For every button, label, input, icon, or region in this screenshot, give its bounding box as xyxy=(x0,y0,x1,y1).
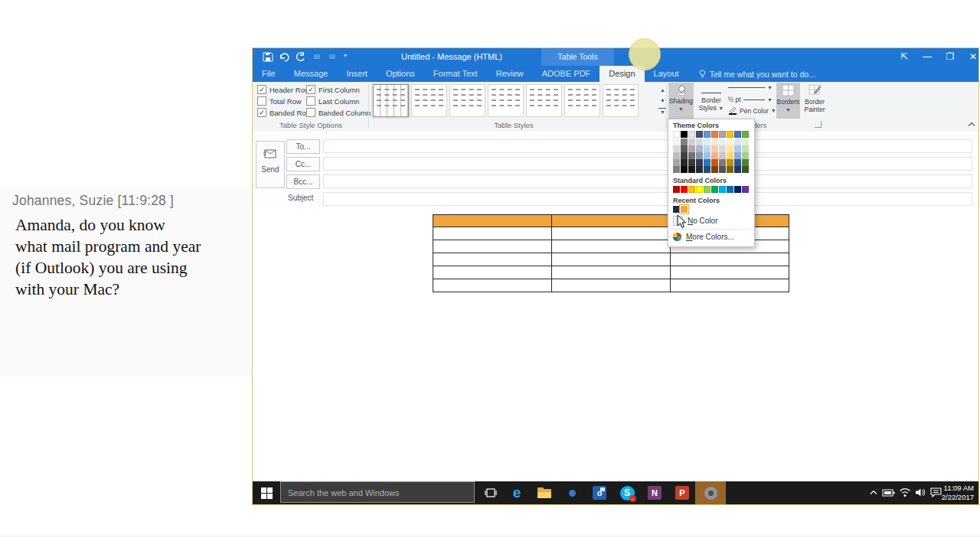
theme-variant-1-5[interactable] xyxy=(711,145,718,152)
theme-variant-0-3[interactable] xyxy=(696,139,703,145)
tab-options[interactable]: Options xyxy=(377,66,424,82)
close-button[interactable]: ✕ xyxy=(963,51,980,64)
outlook-button[interactable]: o xyxy=(591,484,608,501)
undo-icon[interactable] xyxy=(279,52,289,62)
theme-variant-0-7[interactable] xyxy=(727,139,733,145)
table-cell[interactable] xyxy=(671,266,789,279)
standard-color-6[interactable] xyxy=(719,186,726,193)
theme-color-8[interactable] xyxy=(734,131,741,138)
theme-variant-2-8[interactable] xyxy=(734,152,741,159)
theme-variant-2-2[interactable] xyxy=(688,152,695,159)
tab-message[interactable]: Message xyxy=(285,66,338,82)
theme-color-4[interactable] xyxy=(704,131,710,138)
firefox-button[interactable] xyxy=(564,484,580,501)
theme-variant-3-7[interactable] xyxy=(727,159,733,166)
theme-variant-2-1[interactable] xyxy=(681,152,688,159)
to-field[interactable] xyxy=(323,139,972,153)
standard-color-8[interactable] xyxy=(734,186,741,193)
checkbox-box[interactable] xyxy=(306,96,315,106)
pen-color-button[interactable]: Pen Color▼ xyxy=(728,106,777,115)
borders-button[interactable]: Borders ▼ xyxy=(776,83,800,119)
save-icon[interactable] xyxy=(263,52,273,62)
tab-review[interactable]: Review xyxy=(487,66,533,82)
table-cell[interactable] xyxy=(552,266,671,279)
theme-variant-1-3[interactable] xyxy=(696,145,703,152)
taskbar-search-input[interactable]: Search the web and Windows xyxy=(280,481,475,503)
standard-color-4[interactable] xyxy=(704,186,710,193)
table-cell[interactable] xyxy=(433,266,552,279)
theme-variant-4-9[interactable] xyxy=(742,166,749,173)
theme-color-9[interactable] xyxy=(742,131,749,138)
theme-variant-3-5[interactable] xyxy=(711,159,718,166)
theme-color-1[interactable] xyxy=(681,131,688,138)
table-style-thumbnail[interactable] xyxy=(373,84,409,117)
theme-variant-4-1[interactable] xyxy=(681,166,688,173)
border-styles-button[interactable]: Border Styles ▼ xyxy=(696,83,727,119)
table-cell[interactable] xyxy=(552,215,671,227)
table-cell[interactable] xyxy=(552,240,671,253)
theme-variant-2-0[interactable] xyxy=(673,152,680,159)
standard-color-3[interactable] xyxy=(696,186,703,193)
theme-variant-4-7[interactable] xyxy=(727,166,733,173)
table-cell[interactable] xyxy=(671,253,789,266)
table-cell[interactable] xyxy=(552,253,671,266)
collapse-ribbon-button[interactable] xyxy=(968,122,975,127)
table-cell[interactable] xyxy=(433,253,552,266)
theme-variant-3-4[interactable] xyxy=(704,159,710,166)
checkbox-last-column[interactable]: Last Column xyxy=(306,96,374,106)
theme-variant-1-8[interactable] xyxy=(734,145,741,152)
subject-field[interactable] xyxy=(323,192,972,206)
tab-adobe-pdf[interactable]: ADOBE PDF xyxy=(533,66,600,82)
tray-chevron-icon[interactable] xyxy=(870,490,877,495)
line-weight-dropdown[interactable]: ½ pt ▼ xyxy=(728,96,773,103)
theme-variant-2-5[interactable] xyxy=(711,152,718,159)
tab-file[interactable]: File xyxy=(253,66,285,82)
theme-variant-1-0[interactable] xyxy=(673,145,680,152)
standard-color-2[interactable] xyxy=(688,186,695,193)
wifi-icon[interactable] xyxy=(899,487,911,497)
theme-variant-3-8[interactable] xyxy=(734,159,741,166)
shading-button[interactable]: Shading ▼ xyxy=(668,83,694,119)
theme-variant-2-3[interactable] xyxy=(696,152,703,159)
bcc-field[interactable] xyxy=(323,174,972,188)
table-style-thumbnail[interactable] xyxy=(449,84,485,117)
table-row[interactable] xyxy=(433,279,789,292)
powerpoint-button[interactable]: P xyxy=(674,484,691,501)
table-style-thumbnail[interactable] xyxy=(603,84,639,117)
theme-variant-3-6[interactable] xyxy=(719,159,726,166)
theme-variant-4-4[interactable] xyxy=(704,166,710,173)
edge-button[interactable]: e xyxy=(508,484,525,501)
theme-variant-0-1[interactable] xyxy=(681,139,688,145)
tab-insert[interactable]: Insert xyxy=(337,66,377,82)
table-row[interactable] xyxy=(433,253,789,266)
theme-variant-3-9[interactable] xyxy=(742,159,749,166)
theme-variant-2-9[interactable] xyxy=(742,152,749,159)
table-style-thumbnail[interactable] xyxy=(411,84,447,117)
onenote-button[interactable]: N xyxy=(646,484,663,501)
table-cell[interactable] xyxy=(552,279,671,292)
more-colors-item[interactable]: More Colors... xyxy=(673,231,754,243)
theme-color-6[interactable] xyxy=(719,131,726,138)
checkbox-banded-columns[interactable]: Banded Columns xyxy=(306,108,374,117)
theme-variant-4-6[interactable] xyxy=(719,166,726,173)
restore-button[interactable]: ❐ xyxy=(940,51,960,64)
table-cell[interactable] xyxy=(433,215,552,227)
bcc-button[interactable]: Bcc... xyxy=(286,174,320,189)
theme-variant-4-2[interactable] xyxy=(688,166,695,173)
to-button[interactable]: To... xyxy=(286,139,320,154)
checkbox-box[interactable]: ✓ xyxy=(306,85,315,94)
theme-color-3[interactable] xyxy=(696,131,703,138)
send-button[interactable]: Send xyxy=(256,141,285,188)
theme-variant-0-5[interactable] xyxy=(711,139,718,145)
theme-variant-0-9[interactable] xyxy=(742,139,749,145)
start-button[interactable] xyxy=(258,484,275,501)
recent-color-1[interactable] xyxy=(681,206,688,213)
task-view-button[interactable] xyxy=(482,484,499,501)
theme-variant-1-2[interactable] xyxy=(688,145,695,152)
theme-variant-2-7[interactable] xyxy=(727,152,733,159)
battery-icon[interactable] xyxy=(882,488,895,497)
standard-color-1[interactable] xyxy=(681,186,688,193)
theme-variant-0-6[interactable] xyxy=(719,139,726,145)
checkbox-box[interactable] xyxy=(257,96,266,106)
theme-color-0[interactable] xyxy=(673,131,680,138)
